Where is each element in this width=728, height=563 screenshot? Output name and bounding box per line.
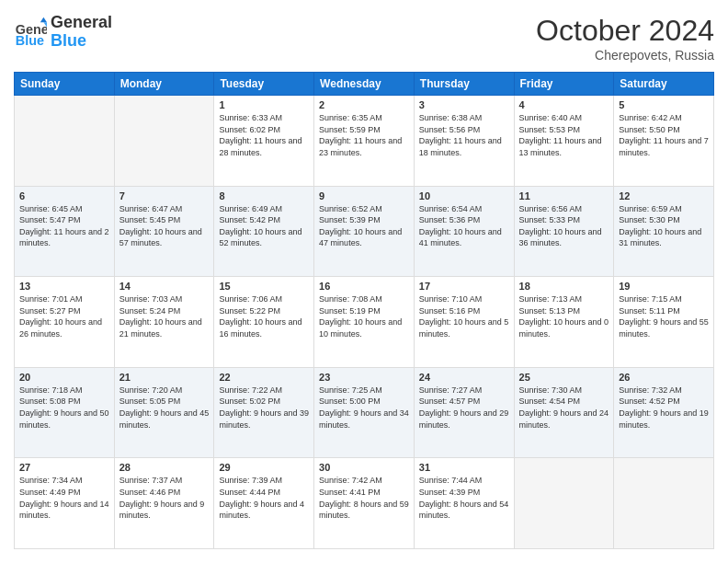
calendar-cell: 5Sunrise: 6:42 AMSunset: 5:50 PMDaylight… [614,96,714,187]
sunrise-text: Sunrise: 7:18 AM [19,385,109,396]
calendar-cell: 24Sunrise: 7:27 AMSunset: 4:57 PMDayligh… [414,367,514,458]
sunset-text: Sunset: 5:59 PM [319,124,409,136]
sunrise-text: Sunrise: 7:10 AM [419,293,509,305]
day-info: Sunrise: 7:22 AMSunset: 5:02 PMDaylight:… [219,385,309,431]
daylight-text: Daylight: 9 hours and 29 minutes. [419,408,509,431]
calendar-cell: 21Sunrise: 7:20 AMSunset: 5:05 PMDayligh… [114,367,214,458]
day-info: Sunrise: 7:30 AMSunset: 4:54 PMDaylight:… [519,385,609,431]
sunset-text: Sunset: 5:00 PM [319,396,409,408]
sunrise-text: Sunrise: 7:42 AM [319,475,409,487]
calendar-table: Sunday Monday Tuesday Wednesday Thursday… [14,72,714,549]
calendar-cell: 31Sunrise: 7:44 AMSunset: 4:39 PMDayligh… [414,458,514,549]
header: General Blue General Blue October 2024 C… [14,14,714,63]
day-number: 22 [219,372,309,383]
daylight-text: Daylight: 11 hours and 23 minutes. [319,135,409,158]
sunrise-text: Sunrise: 7:01 AM [19,293,109,305]
day-number: 4 [519,99,609,110]
day-info: Sunrise: 7:39 AMSunset: 4:44 PMDaylight:… [219,475,309,521]
day-number: 3 [419,99,509,110]
day-number: 15 [219,281,309,292]
calendar-cell: 16Sunrise: 7:08 AMSunset: 5:19 PMDayligh… [314,277,415,368]
daylight-text: Daylight: 9 hours and 9 minutes. [119,499,210,522]
sunset-text: Sunset: 5:11 PM [619,305,709,317]
sunset-text: Sunset: 5:24 PM [119,305,210,317]
sunset-text: Sunset: 5:36 PM [419,214,509,226]
sunrise-text: Sunrise: 7:30 AM [519,385,609,396]
calendar-cell: 14Sunrise: 7:03 AMSunset: 5:24 PMDayligh… [114,277,214,368]
calendar-cell: 29Sunrise: 7:39 AMSunset: 4:44 PMDayligh… [214,458,314,549]
sunset-text: Sunset: 4:49 PM [19,487,109,499]
day-number: 10 [419,190,509,201]
day-info: Sunrise: 7:25 AMSunset: 5:00 PMDaylight:… [319,385,409,431]
sunrise-text: Sunrise: 7:20 AM [119,385,210,396]
sunrise-text: Sunrise: 6:49 AM [219,203,309,215]
logo-general-text: General [51,14,112,32]
sunset-text: Sunset: 5:16 PM [419,305,509,317]
sunset-text: Sunset: 4:39 PM [419,487,509,499]
sunrise-text: Sunrise: 7:03 AM [119,293,210,305]
calendar-cell: 4Sunrise: 6:40 AMSunset: 5:53 PMDaylight… [514,96,614,187]
daylight-text: Daylight: 9 hours and 45 minutes. [119,408,210,431]
day-number: 18 [519,281,609,292]
sunset-text: Sunset: 5:53 PM [519,124,609,136]
day-number: 24 [419,372,509,383]
sunset-text: Sunset: 5:19 PM [319,305,409,317]
logo-blue-text: Blue [51,32,112,51]
logo-text: General Blue [51,14,112,51]
calendar-cell: 27Sunrise: 7:34 AMSunset: 4:49 PMDayligh… [15,458,115,549]
day-info: Sunrise: 7:08 AMSunset: 5:19 PMDaylight:… [319,293,409,339]
daylight-text: Daylight: 10 hours and 10 minutes. [319,316,409,339]
calendar-cell: 17Sunrise: 7:10 AMSunset: 5:16 PMDayligh… [414,277,514,368]
calendar-cell [614,458,714,549]
calendar-cell: 11Sunrise: 6:56 AMSunset: 5:33 PMDayligh… [514,186,614,277]
calendar-cell [114,96,214,187]
sunset-text: Sunset: 4:46 PM [119,487,210,499]
daylight-text: Daylight: 8 hours and 54 minutes. [419,499,509,522]
calendar-cell: 2Sunrise: 6:35 AMSunset: 5:59 PMDaylight… [314,96,415,187]
daylight-text: Daylight: 9 hours and 55 minutes. [619,316,709,339]
day-info: Sunrise: 6:47 AMSunset: 5:45 PMDaylight:… [119,203,210,249]
header-friday: Friday [514,73,614,96]
day-number: 1 [219,99,309,110]
daylight-text: Daylight: 11 hours and 28 minutes. [219,135,309,158]
page: General Blue General Blue October 2024 C… [0,0,728,563]
daylight-text: Daylight: 10 hours and 57 minutes. [119,226,210,249]
day-info: Sunrise: 7:34 AMSunset: 4:49 PMDaylight:… [19,475,109,521]
daylight-text: Daylight: 11 hours and 2 minutes. [19,226,109,249]
sunrise-text: Sunrise: 7:32 AM [619,385,709,396]
daylight-text: Daylight: 10 hours and 52 minutes. [219,226,309,249]
sunrise-text: Sunrise: 6:56 AM [519,203,609,215]
day-info: Sunrise: 6:56 AMSunset: 5:33 PMDaylight:… [519,203,609,249]
sunset-text: Sunset: 5:47 PM [19,214,109,226]
sunrise-text: Sunrise: 6:54 AM [419,203,509,215]
day-number: 5 [619,99,709,110]
sunrise-text: Sunrise: 7:13 AM [519,293,609,305]
day-info: Sunrise: 7:03 AMSunset: 5:24 PMDaylight:… [119,293,210,339]
sunset-text: Sunset: 4:54 PM [519,396,609,408]
day-number: 9 [319,190,409,201]
calendar-week-row: 20Sunrise: 7:18 AMSunset: 5:08 PMDayligh… [15,367,714,458]
day-number: 13 [19,281,109,292]
sunrise-text: Sunrise: 6:33 AM [219,112,309,124]
daylight-text: Daylight: 9 hours and 4 minutes. [219,499,309,522]
day-number: 6 [19,190,109,201]
header-sunday: Sunday [15,73,115,96]
sunset-text: Sunset: 5:56 PM [419,124,509,136]
day-info: Sunrise: 6:59 AMSunset: 5:30 PMDaylight:… [619,203,709,249]
calendar-cell: 3Sunrise: 6:38 AMSunset: 5:56 PMDaylight… [414,96,514,187]
daylight-text: Daylight: 9 hours and 19 minutes. [619,408,709,431]
sunrise-text: Sunrise: 7:44 AM [419,475,509,487]
day-info: Sunrise: 6:54 AMSunset: 5:36 PMDaylight:… [419,203,509,249]
calendar-cell: 19Sunrise: 7:15 AMSunset: 5:11 PMDayligh… [614,277,714,368]
day-number: 20 [19,372,109,383]
sunset-text: Sunset: 5:08 PM [19,396,109,408]
day-info: Sunrise: 7:06 AMSunset: 5:22 PMDaylight:… [219,293,309,339]
sunrise-text: Sunrise: 6:35 AM [319,112,409,124]
day-number: 27 [19,462,109,473]
day-number: 16 [319,281,409,292]
sunset-text: Sunset: 5:22 PM [219,305,309,317]
sunset-text: Sunset: 5:33 PM [519,214,609,226]
calendar-cell: 20Sunrise: 7:18 AMSunset: 5:08 PMDayligh… [15,367,115,458]
calendar-cell: 6Sunrise: 6:45 AMSunset: 5:47 PMDaylight… [15,186,115,277]
sunrise-text: Sunrise: 7:34 AM [19,475,109,487]
